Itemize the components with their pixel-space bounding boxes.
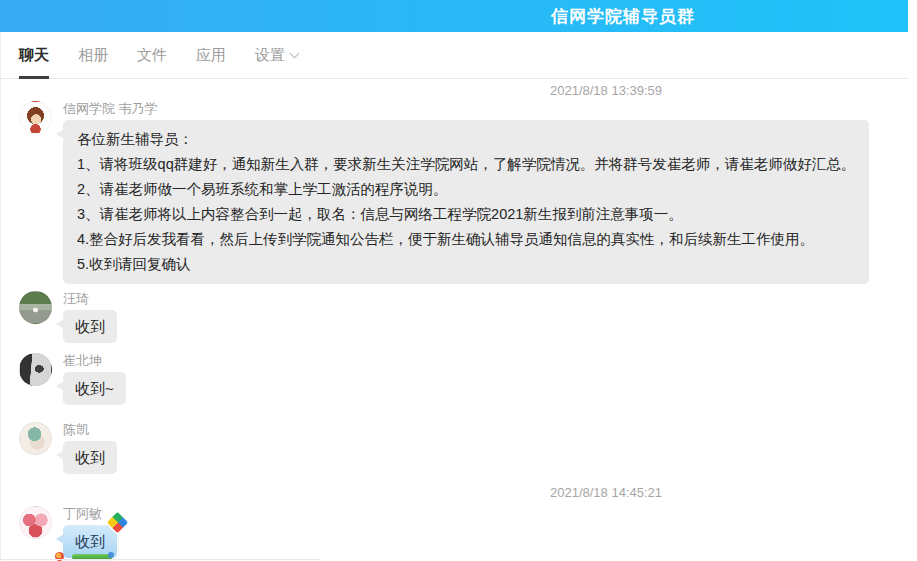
message-bubble: 各位新生辅导员： 1、请将班级qq群建好，通知新生入群，要求新生关注学院网站，了…	[63, 120, 869, 284]
bottom-divider	[1, 559, 321, 560]
message-line: 3、请崔老师将以上内容整合到一起，取名：信息与网络工程学院2021新生报到前注意…	[77, 202, 855, 227]
tab-bar: 聊天 相册 文件 应用 设置	[0, 32, 917, 79]
avatar[interactable]	[19, 291, 52, 324]
message-list[interactable]: 2021/8/18 13:39:59 信网学院 韦乃学 各位新生辅导员： 1、请…	[0, 79, 917, 561]
tab-album[interactable]: 相册	[78, 32, 108, 78]
avatar[interactable]	[19, 353, 52, 386]
tab-settings[interactable]: 设置	[255, 32, 298, 78]
message-bubble: 收到~	[63, 372, 126, 405]
sender-name: 丁阿敏	[63, 506, 917, 522]
message-wangqi: 汪琦 收到	[19, 291, 917, 343]
group-title: 信网学院辅导员群	[551, 5, 695, 28]
message-bubble: 收到	[63, 441, 117, 474]
message-cuibeikun: 崔北坤 收到~	[19, 353, 917, 405]
tab-chat[interactable]: 聊天	[19, 32, 49, 78]
chevron-down-icon	[290, 48, 300, 58]
sender-name: 陈凯	[63, 422, 917, 438]
message-line: 各位新生辅导员：	[77, 127, 855, 152]
tab-apps[interactable]: 应用	[196, 32, 226, 78]
message-bubble-decorated: 收到	[63, 525, 117, 558]
message-text: 收到	[75, 533, 105, 550]
tab-settings-label: 设置	[255, 46, 285, 65]
avatar[interactable]	[19, 506, 52, 539]
message-line: 2、请崔老师做一个易班系统和掌上学工激活的程序说明。	[77, 177, 855, 202]
message-bubble: 收到	[63, 310, 117, 343]
sender-name: 崔北坤	[63, 353, 917, 369]
avatar[interactable]	[19, 101, 52, 134]
scrollbar-track[interactable]	[908, 0, 917, 561]
sender-name: 汪琦	[63, 291, 917, 307]
avatar[interactable]	[19, 422, 52, 455]
group-header: 信网学院辅导员群	[0, 0, 908, 32]
sender-name: 信网学院 韦乃学	[63, 101, 917, 117]
message-weinaixue: 信网学院 韦乃学 各位新生辅导员： 1、请将班级qq群建好，通知新生入群，要求新…	[19, 101, 917, 284]
qq-group-chat-window: 信网学院辅导员群 聊天 相册 文件 应用 设置 2021/8/18 13:39:…	[0, 0, 917, 561]
timestamp: 2021/8/18 14:45:21	[550, 474, 662, 501]
message-line: 4.整合好后发我看看，然后上传到学院通知公告栏，便于新生确认辅导员通知信息的真实…	[77, 227, 855, 252]
message-line: 1、请将班级qq群建好，通知新生入群，要求新生关注学院网站，了解学院情况。并将群…	[77, 152, 855, 177]
tab-files[interactable]: 文件	[137, 32, 167, 78]
message-line: 5.收到请回复确认	[77, 252, 855, 277]
message-chenkai: 陈凯 收到	[19, 422, 917, 474]
message-dingamin: 丁阿敏 收到	[19, 506, 917, 558]
timestamp: 2021/8/18 13:39:59	[550, 79, 662, 99]
